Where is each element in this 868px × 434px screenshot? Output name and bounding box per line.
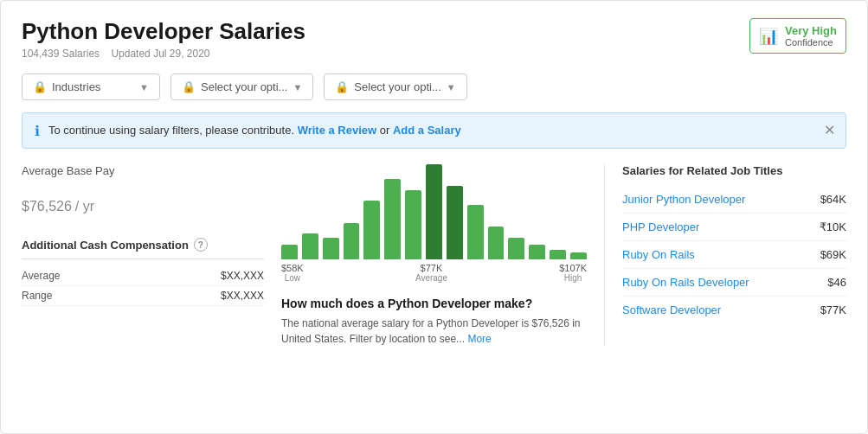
header: Python Developer Salaries 104,439 Salari… [22,18,846,60]
related-item-2: Ruby On Rails$69K [622,241,846,269]
bar-10 [488,227,505,259]
lock-icon-1: 🔒 [33,80,47,93]
chart-avg-sub: Average [415,273,447,283]
filter-industries-label: Industries [52,80,134,93]
related-job-salary-2: $69K [820,248,846,261]
page-subtitle: 104,439 Salaries Updated Jul 29, 2020 [22,48,305,60]
description-area: How much does a Python Developer make? T… [281,297,587,347]
comp-range-value: $XX,XXX [221,290,264,302]
filter-option-2-label: Select your opti... [201,80,287,93]
comp-average-label: Average [22,270,60,282]
related-item-3: Ruby On Rails Developer$46 [622,269,846,297]
add-salary-link[interactable]: Add a Salary [393,124,461,137]
desc-text: The national average salary for a Python… [281,316,587,347]
avg-salary-value: $76,526 [22,199,72,214]
update-date: Updated Jul 29, 2020 [111,48,209,60]
header-left: Python Developer Salaries 104,439 Salari… [22,18,305,60]
info-icon: ℹ [35,123,40,139]
info-banner: ℹ To continue using salary filters, plea… [22,112,846,149]
comp-average-value: $XX,XXX [221,270,264,282]
related-job-salary-0: $64K [820,193,846,206]
bar-13 [550,250,566,259]
filter-option-3[interactable]: 🔒 Select your opti... ▼ [324,73,466,100]
comp-title: Additional Cash Compensation ? [22,238,264,259]
chevron-down-icon-1: ▼ [139,82,149,93]
bar-8 [447,186,463,259]
filter-option-2[interactable]: 🔒 Select your opti... ▼ [170,73,313,100]
desc-more-link[interactable]: More [467,333,491,345]
chart-high-sub: High [559,273,587,283]
chart-low-sub: Low [281,273,304,283]
related-item-0: Junior Python Developer$64K [622,186,846,214]
avg-salary: $76,526/ yr [22,181,264,217]
avg-salary-unit: / yr [75,199,94,214]
desc-title: How much does a Python Developer make? [281,297,587,310]
banner-text-between: or [380,124,393,137]
comp-row-range: Range $XX,XXX [22,286,264,306]
desc-text-content: The national average salary for a Python… [281,317,581,345]
filter-industries[interactable]: 🔒 Industries ▼ [22,73,160,100]
banner-text: To continue using salary filters, please… [48,122,461,139]
bar-2 [323,238,339,259]
bar-9 [467,205,484,259]
content-area: Average Base Pay $76,526/ yr Additional … [22,164,846,347]
bar-7 [426,164,442,259]
additional-comp: Additional Cash Compensation ? Average $… [22,238,264,306]
avg-label: Average Base Pay [22,164,264,177]
confidence-text: Very High Confidence [785,24,837,48]
bar-chart [281,164,587,259]
bar-chart-container: $58K Low $77K Average $107K High [281,164,587,283]
page-title: Python Developer Salaries [22,18,305,45]
related-title: Salaries for Related Job Titles [622,164,846,177]
related-job-title-2[interactable]: Ruby On Rails [622,248,695,261]
banner-text-before: To continue using salary filters, please… [48,124,294,137]
bar-11 [508,238,524,259]
confidence-badge: 📊 Very High Confidence [749,18,846,54]
related-jobs-list: Junior Python Developer$64KPHP Developer… [622,186,846,323]
filters-row: 🔒 Industries ▼ 🔒 Select your opti... ▼ 🔒… [22,73,846,100]
confidence-label: Confidence [785,37,837,48]
chevron-down-icon-3: ▼ [447,82,456,93]
chart-avg-value: $77K [415,263,447,273]
lock-icon-2: 🔒 [182,80,196,93]
related-job-salary-1: ₹10K [820,220,846,233]
filter-option-3-label: Select your opti... [354,80,440,93]
comp-row-average: Average $XX,XXX [22,266,264,286]
main-card: Python Developer Salaries 104,439 Salari… [0,0,868,434]
bar-3 [344,223,360,259]
related-job-salary-4: $77K [820,303,846,316]
bar-14 [570,252,587,259]
bar-5 [384,179,401,259]
related-item-1: PHP Developer₹10K [622,214,846,241]
related-job-title-4[interactable]: Software Developer [622,303,721,316]
chart-label-low: $58K Low [281,263,304,283]
left-panel: Average Base Pay $76,526/ yr Additional … [22,164,264,347]
chart-labels: $58K Low $77K Average $107K High [281,263,587,283]
related-job-salary-3: $46 [827,276,846,289]
bar-4 [363,201,380,259]
center-panel: $58K Low $77K Average $107K High How muc… [264,164,604,347]
chart-label-avg: $77K Average [415,263,447,283]
chart-label-high: $107K High [559,263,587,283]
related-job-title-3[interactable]: Ruby On Rails Developer [622,276,749,289]
chart-icon: 📊 [759,27,778,46]
related-job-title-0[interactable]: Junior Python Developer [622,193,745,206]
bar-0 [281,245,298,259]
lock-icon-3: 🔒 [335,80,349,93]
help-icon[interactable]: ? [194,238,208,252]
confidence-level: Very High [785,24,837,37]
bar-6 [405,190,421,259]
chevron-down-icon-2: ▼ [293,82,302,93]
comp-range-label: Range [22,290,52,302]
bar-1 [302,233,318,259]
chart-high-value: $107K [559,263,587,273]
right-panel: Salaries for Related Job Titles Junior P… [604,164,846,347]
related-item-4: Software Developer$77K [622,297,846,323]
write-review-link[interactable]: Write a Review [298,124,377,137]
related-job-title-1[interactable]: PHP Developer [622,220,699,233]
chart-low-value: $58K [281,263,304,273]
close-icon[interactable]: ✕ [824,122,835,138]
salary-count: 104,439 Salaries [22,48,100,60]
bar-12 [529,245,545,259]
